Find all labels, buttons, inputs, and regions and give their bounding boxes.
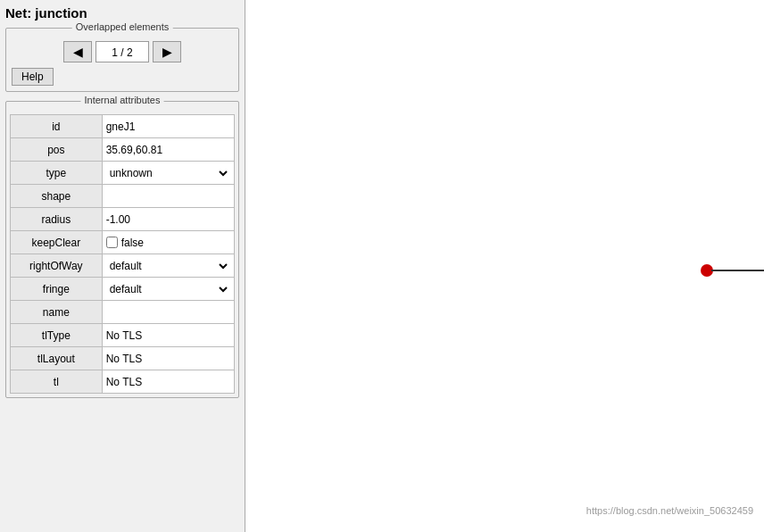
attr-value-cell[interactable]: defaultouterinner (102, 278, 234, 301)
attr-value-cell[interactable]: defaultedgePriority (102, 254, 234, 278)
attr-row: tlLayout (11, 347, 235, 370)
attributes-table: idpostypeunknownprioritytraffic_lightrig… (10, 114, 235, 394)
attr-row: rightOfWaydefaultedgePriority (11, 254, 235, 278)
watermark: https://blog.csdn.net/weixin_50632459 (586, 505, 753, 516)
attr-row: radius (11, 208, 235, 231)
attr-value-cell[interactable] (102, 208, 234, 231)
overlap-nav: ◀ 1 / 2 ▶ (12, 41, 233, 62)
attr-key: tlLayout (11, 347, 103, 370)
attr-select-type[interactable]: unknownprioritytraffic_lightright_before… (106, 166, 230, 180)
attr-value-cell[interactable] (102, 115, 234, 138)
attr-row: tl (11, 370, 235, 394)
attr-row: fringedefaultouterinner (11, 278, 235, 301)
attr-select-fringe[interactable]: defaultouterinner (106, 282, 230, 296)
prev-button[interactable]: ◀ (63, 41, 92, 62)
attr-value-cell[interactable] (102, 370, 234, 394)
internal-attributes-group: Internal attributes idpostypeunknownprio… (5, 101, 239, 398)
attr-value-cell (102, 301, 234, 324)
attr-key: pos (11, 138, 103, 162)
attr-row: keepClearfalse (11, 231, 235, 254)
attr-input-name[interactable] (106, 306, 230, 319)
attr-value-cell (102, 185, 234, 208)
attr-key: rightOfWay (11, 254, 103, 278)
attr-row: tlType (11, 324, 235, 347)
attr-select-rightOfWay[interactable]: defaultedgePriority (106, 259, 230, 273)
attr-input-radius[interactable] (106, 213, 230, 226)
internal-attributes-label: Internal attributes (81, 95, 164, 105)
attr-input-id[interactable] (106, 121, 230, 133)
overlapped-group-label: Overlapped elements (72, 21, 173, 32)
attr-input-tl[interactable] (106, 376, 230, 388)
attr-key: fringe (11, 278, 103, 301)
attr-value-cell[interactable] (102, 324, 234, 347)
panel-title: Net: junction (5, 5, 239, 21)
canvas-line (711, 270, 764, 271)
canvas-area: https://blog.csdn.net/weixin_50632459 (245, 0, 764, 532)
attr-checkbox-label-keepClear: false (121, 237, 144, 249)
attr-value-cell[interactable] (102, 347, 234, 370)
attr-input-shape[interactable] (106, 190, 230, 203)
left-panel: Net: junction Overlapped elements ◀ 1 / … (0, 0, 245, 532)
next-button[interactable]: ▶ (153, 41, 181, 62)
attr-key: tlType (11, 324, 103, 347)
attr-row: shape (11, 185, 235, 208)
help-button[interactable]: Help (12, 68, 54, 86)
overlapped-group: Overlapped elements ◀ 1 / 2 ▶ Help (5, 28, 239, 92)
attr-key: keepClear (11, 231, 103, 254)
attr-row: name (11, 301, 235, 324)
attr-key: tl (11, 370, 103, 394)
attr-row: pos (11, 138, 235, 162)
attr-input-pos[interactable] (106, 144, 230, 156)
attr-input-tlLayout[interactable] (106, 353, 230, 365)
attr-key: shape (11, 185, 103, 208)
overlap-counter: 1 / 2 (96, 41, 149, 62)
attr-value-cell[interactable] (102, 138, 234, 162)
attr-key: radius (11, 208, 103, 231)
attr-value-cell[interactable]: unknownprioritytraffic_lightright_before… (102, 162, 234, 185)
attr-key: id (11, 115, 103, 138)
attr-input-tlType[interactable] (106, 329, 230, 342)
attr-row: typeunknownprioritytraffic_lightright_be… (11, 162, 235, 185)
attr-row: id (11, 115, 235, 138)
attr-key: type (11, 162, 103, 185)
attr-key: name (11, 301, 103, 324)
attr-value-cell[interactable]: false (102, 231, 234, 254)
attr-checkbox-keepClear[interactable] (106, 237, 118, 248)
